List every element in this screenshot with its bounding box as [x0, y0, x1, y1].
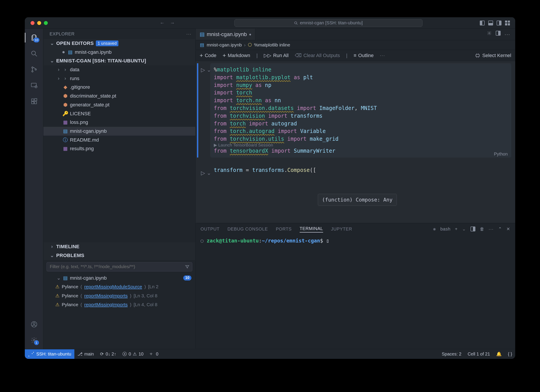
- timeline-header[interactable]: › TIMELINE: [43, 242, 195, 251]
- status-notifications-icon[interactable]: 🔔: [493, 351, 505, 357]
- gear-icon[interactable]: [487, 31, 492, 36]
- panel-tab-output[interactable]: OUTPUT: [200, 226, 220, 232]
- status-problems[interactable]: ⓧ0 ⚠10: [119, 351, 146, 357]
- problems-file-row[interactable]: ⌄ ▤ mnist-cgan.ipynb 10: [43, 274, 195, 283]
- run-cell-icon[interactable]: ▷: [201, 169, 205, 177]
- warning-icon: ⚠: [55, 293, 60, 299]
- zoom-window-icon[interactable]: [44, 21, 48, 25]
- breadcrumbs[interactable]: ▤ mnist-cgan.ipynb › ⎔ %matplotlib inlin…: [196, 40, 515, 50]
- panel-tab-terminal[interactable]: TERMINAL: [300, 226, 323, 233]
- problem-item[interactable]: ⚠Pylance(reportMissingModuleSource) [Ln …: [43, 282, 195, 291]
- tree-file[interactable]: ▤mnist-cgan.ipynb: [43, 127, 195, 136]
- activity-source-control[interactable]: [29, 65, 39, 74]
- add-code-button[interactable]: +Code: [200, 52, 216, 59]
- problem-item[interactable]: ⚠Pylance(reportMissingImports) [Ln 4, Co…: [43, 300, 195, 309]
- run-all-button[interactable]: ▷▷Run All: [264, 52, 289, 59]
- split-editor-icon[interactable]: [496, 31, 501, 36]
- select-kernel-button[interactable]: Select Kernel: [475, 52, 511, 59]
- svg-rect-11: [31, 99, 34, 101]
- close-window-icon[interactable]: [30, 21, 35, 25]
- minimize-window-icon[interactable]: [37, 21, 41, 25]
- activity-accounts[interactable]: [29, 319, 39, 329]
- tree-file[interactable]: ⓘREADME.md: [43, 136, 195, 144]
- open-editors-header[interactable]: ⌄ OPEN EDITORS 1 unsaved: [43, 39, 195, 48]
- tree-folder[interactable]: ››data: [43, 65, 195, 74]
- tree-file[interactable]: ◆.gitignore: [43, 83, 195, 92]
- sidebar-actions-icon[interactable]: ···: [186, 31, 191, 37]
- status-ports[interactable]: ᯤ0: [146, 351, 161, 357]
- terminal-shell-name[interactable]: bash: [440, 226, 450, 232]
- run-cell-icon[interactable]: ▷: [201, 66, 205, 158]
- more-actions-icon[interactable]: ···: [505, 31, 510, 38]
- tree-file[interactable]: 🔑LICENSE: [43, 109, 195, 118]
- problems-filter-input[interactable]: [49, 263, 185, 270]
- chevron-down-icon: ⌄: [50, 58, 54, 64]
- status-spaces[interactable]: Spaces: 2: [439, 351, 465, 357]
- status-remote[interactable]: ⡀⠊ SSH: titan-ubuntu: [25, 349, 74, 359]
- toggle-panel-icon[interactable]: [488, 20, 493, 25]
- panel-tab-ports[interactable]: PORTS: [276, 226, 292, 232]
- activity-settings[interactable]: 1: [29, 335, 39, 345]
- tree-item-label: .gitignore: [70, 84, 90, 90]
- toolbar-more-icon[interactable]: ···: [380, 52, 385, 59]
- status-cell[interactable]: Cell 1 of 21: [465, 351, 493, 357]
- activity-extensions[interactable]: [29, 96, 39, 106]
- customize-layout-icon[interactable]: [505, 20, 510, 25]
- status-sync[interactable]: ⟳0↓ 2↑: [97, 351, 119, 357]
- tree-file[interactable]: ▦results.png: [43, 144, 195, 153]
- clear-outputs-button[interactable]: ⌫Clear All Outputs: [295, 52, 340, 59]
- file-icon: ▦: [63, 145, 68, 152]
- tab-notebook[interactable]: ▤ mnist-cgan.ipynb •: [196, 29, 255, 40]
- activity-remote-explorer[interactable]: [29, 80, 39, 90]
- outline-button[interactable]: ≡Outline: [354, 52, 374, 59]
- tree-folder[interactable]: ››runs: [43, 74, 195, 83]
- terminal[interactable]: ○ zack@titan-ubuntu:~/repos/emnist-cgan$…: [196, 235, 515, 349]
- code-editor[interactable]: %matplotlib inlineimport matplotlib.pypl…: [210, 63, 511, 158]
- split-terminal-icon[interactable]: [470, 227, 475, 231]
- problems-filter[interactable]: [46, 262, 192, 271]
- panel-more-icon[interactable]: ···: [489, 226, 494, 232]
- status-branch[interactable]: ⎇main: [74, 351, 97, 357]
- new-terminal-icon[interactable]: +: [455, 226, 458, 232]
- tree-item-label: runs: [70, 75, 80, 82]
- panel-tab-jupyter[interactable]: JUPYTER: [331, 226, 352, 232]
- tree-file[interactable]: ▦loss.png: [43, 118, 195, 127]
- problem-rule[interactable]: reportMissingModuleSource: [84, 284, 142, 290]
- status-feedback-icon[interactable]: { }: [505, 351, 515, 357]
- file-icon: ◆: [63, 84, 68, 90]
- panel-maximize-icon[interactable]: ⌃: [498, 226, 502, 232]
- cell-language[interactable]: Python: [494, 152, 508, 156]
- kill-terminal-icon[interactable]: 🗑: [480, 226, 485, 232]
- nav-forward-icon[interactable]: →: [170, 20, 175, 26]
- problems-header[interactable]: ⌄ PROBLEMS: [43, 251, 195, 260]
- add-markdown-button[interactable]: +Markdown: [223, 52, 250, 59]
- breadcrumb-cell[interactable]: %matplotlib inline: [254, 42, 290, 48]
- tree-file[interactable]: ⬢generator_state.pt: [43, 100, 195, 109]
- problem-source: Pylance: [62, 293, 78, 299]
- activity-search[interactable]: [29, 49, 39, 58]
- toggle-secondary-sidebar-icon[interactable]: [497, 20, 501, 25]
- problem-rule[interactable]: reportMissingImports: [84, 302, 128, 308]
- code-cell-1[interactable]: ▷ ⌄ %matplotlib inlineimport matplotlib.…: [197, 63, 511, 158]
- activity-explorer[interactable]: 10: [29, 33, 39, 42]
- nav-back-icon[interactable]: ←: [160, 20, 165, 26]
- panel-close-icon[interactable]: ✕: [506, 226, 510, 232]
- problem-item[interactable]: ⚠Pylance(reportMissingImports) [Ln 3, Co…: [43, 291, 195, 300]
- chevron-down-icon[interactable]: ⌄: [462, 226, 466, 232]
- file-icon: ›: [63, 66, 68, 73]
- panel-tab-debug[interactable]: DEBUG CONSOLE: [228, 226, 268, 232]
- problem-rule[interactable]: reportMissingImports: [84, 293, 128, 299]
- code-editor[interactable]: transform = transforms.Compose([: [210, 166, 511, 177]
- project-header[interactable]: ⌄ EMNIST-CGAN [SSH: TITAN-UBUNTU]: [43, 56, 195, 65]
- terminal-profile-icon[interactable]: ⎈: [433, 226, 436, 232]
- toggle-primary-sidebar-icon[interactable]: [480, 20, 485, 25]
- open-editor-item[interactable]: ▤ mnist-cgan.ipynb: [43, 48, 195, 57]
- breadcrumb-file[interactable]: mnist-cgan.ipynb: [207, 42, 242, 48]
- problems-panel: ⌄ ▤ mnist-cgan.ipynb 10 ⚠Pylance(reportM…: [43, 260, 195, 349]
- terminal-path: ~/repos/emnist-cgan: [262, 238, 320, 243]
- command-center[interactable]: emnist-cgan [SSH: titan-ubuntu]: [177, 19, 480, 27]
- tree-file[interactable]: ⬢discriminator_state.pt: [43, 92, 195, 100]
- filter-icon[interactable]: [185, 265, 190, 269]
- code-cell-2[interactable]: ▷ ⌄ transform = transforms.Compose([: [197, 166, 511, 177]
- code-lens[interactable]: ▶ Launch TensorBoard Session: [214, 143, 508, 147]
